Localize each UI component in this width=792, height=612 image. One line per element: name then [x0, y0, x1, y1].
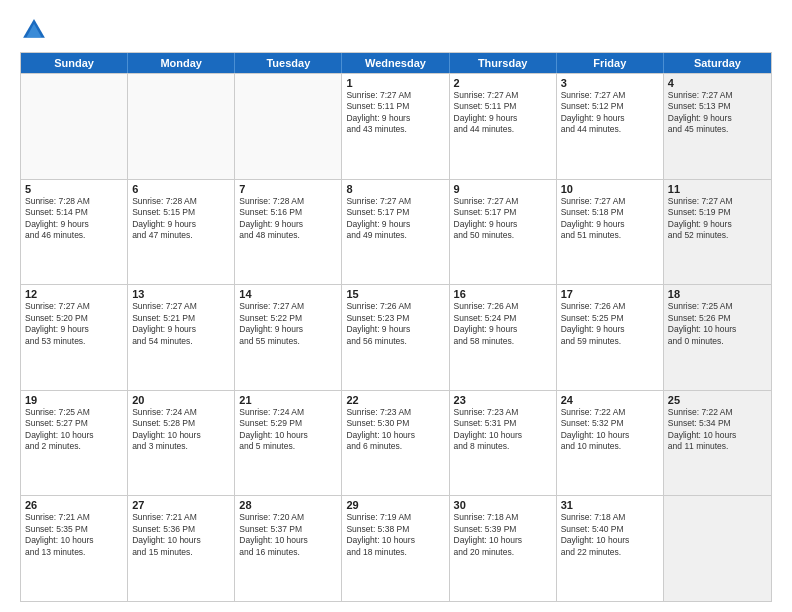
calendar-cell [235, 74, 342, 179]
day-number: 4 [668, 77, 767, 89]
day-number: 5 [25, 183, 123, 195]
day-number: 31 [561, 499, 659, 511]
cell-info: Sunrise: 7:22 AM Sunset: 5:34 PM Dayligh… [668, 407, 767, 453]
calendar-row: 19Sunrise: 7:25 AM Sunset: 5:27 PM Dayli… [21, 390, 771, 496]
cell-info: Sunrise: 7:21 AM Sunset: 5:35 PM Dayligh… [25, 512, 123, 558]
cell-info: Sunrise: 7:27 AM Sunset: 5:17 PM Dayligh… [346, 196, 444, 242]
calendar-cell: 2Sunrise: 7:27 AM Sunset: 5:11 PM Daylig… [450, 74, 557, 179]
cell-info: Sunrise: 7:24 AM Sunset: 5:29 PM Dayligh… [239, 407, 337, 453]
cell-info: Sunrise: 7:23 AM Sunset: 5:31 PM Dayligh… [454, 407, 552, 453]
calendar-row: 26Sunrise: 7:21 AM Sunset: 5:35 PM Dayli… [21, 495, 771, 601]
cell-info: Sunrise: 7:28 AM Sunset: 5:14 PM Dayligh… [25, 196, 123, 242]
weekday-header: Tuesday [235, 53, 342, 73]
calendar: SundayMondayTuesdayWednesdayThursdayFrid… [20, 52, 772, 602]
cell-info: Sunrise: 7:27 AM Sunset: 5:20 PM Dayligh… [25, 301, 123, 347]
calendar-cell: 15Sunrise: 7:26 AM Sunset: 5:23 PM Dayli… [342, 285, 449, 390]
cell-info: Sunrise: 7:27 AM Sunset: 5:17 PM Dayligh… [454, 196, 552, 242]
calendar-cell: 28Sunrise: 7:20 AM Sunset: 5:37 PM Dayli… [235, 496, 342, 601]
header [20, 16, 772, 44]
calendar-cell: 31Sunrise: 7:18 AM Sunset: 5:40 PM Dayli… [557, 496, 664, 601]
calendar-row: 5Sunrise: 7:28 AM Sunset: 5:14 PM Daylig… [21, 179, 771, 285]
day-number: 26 [25, 499, 123, 511]
cell-info: Sunrise: 7:19 AM Sunset: 5:38 PM Dayligh… [346, 512, 444, 558]
day-number: 1 [346, 77, 444, 89]
day-number: 9 [454, 183, 552, 195]
weekday-header: Monday [128, 53, 235, 73]
weekday-header: Friday [557, 53, 664, 73]
cell-info: Sunrise: 7:22 AM Sunset: 5:32 PM Dayligh… [561, 407, 659, 453]
cell-info: Sunrise: 7:27 AM Sunset: 5:13 PM Dayligh… [668, 90, 767, 136]
day-number: 10 [561, 183, 659, 195]
day-number: 28 [239, 499, 337, 511]
day-number: 3 [561, 77, 659, 89]
cell-info: Sunrise: 7:26 AM Sunset: 5:24 PM Dayligh… [454, 301, 552, 347]
day-number: 23 [454, 394, 552, 406]
calendar-cell [128, 74, 235, 179]
cell-info: Sunrise: 7:27 AM Sunset: 5:12 PM Dayligh… [561, 90, 659, 136]
calendar-row: 12Sunrise: 7:27 AM Sunset: 5:20 PM Dayli… [21, 284, 771, 390]
cell-info: Sunrise: 7:25 AM Sunset: 5:26 PM Dayligh… [668, 301, 767, 347]
cell-info: Sunrise: 7:27 AM Sunset: 5:21 PM Dayligh… [132, 301, 230, 347]
day-number: 21 [239, 394, 337, 406]
calendar-cell: 5Sunrise: 7:28 AM Sunset: 5:14 PM Daylig… [21, 180, 128, 285]
day-number: 11 [668, 183, 767, 195]
calendar-cell: 3Sunrise: 7:27 AM Sunset: 5:12 PM Daylig… [557, 74, 664, 179]
calendar-cell: 13Sunrise: 7:27 AM Sunset: 5:21 PM Dayli… [128, 285, 235, 390]
cell-info: Sunrise: 7:18 AM Sunset: 5:40 PM Dayligh… [561, 512, 659, 558]
calendar-cell [21, 74, 128, 179]
cell-info: Sunrise: 7:21 AM Sunset: 5:36 PM Dayligh… [132, 512, 230, 558]
calendar-cell: 21Sunrise: 7:24 AM Sunset: 5:29 PM Dayli… [235, 391, 342, 496]
day-number: 24 [561, 394, 659, 406]
cell-info: Sunrise: 7:26 AM Sunset: 5:23 PM Dayligh… [346, 301, 444, 347]
cell-info: Sunrise: 7:24 AM Sunset: 5:28 PM Dayligh… [132, 407, 230, 453]
calendar-cell: 11Sunrise: 7:27 AM Sunset: 5:19 PM Dayli… [664, 180, 771, 285]
calendar-cell: 23Sunrise: 7:23 AM Sunset: 5:31 PM Dayli… [450, 391, 557, 496]
calendar-cell: 27Sunrise: 7:21 AM Sunset: 5:36 PM Dayli… [128, 496, 235, 601]
calendar-body: 1Sunrise: 7:27 AM Sunset: 5:11 PM Daylig… [21, 73, 771, 601]
day-number: 12 [25, 288, 123, 300]
cell-info: Sunrise: 7:28 AM Sunset: 5:16 PM Dayligh… [239, 196, 337, 242]
cell-info: Sunrise: 7:27 AM Sunset: 5:19 PM Dayligh… [668, 196, 767, 242]
calendar-cell: 14Sunrise: 7:27 AM Sunset: 5:22 PM Dayli… [235, 285, 342, 390]
calendar-cell: 19Sunrise: 7:25 AM Sunset: 5:27 PM Dayli… [21, 391, 128, 496]
calendar-cell: 12Sunrise: 7:27 AM Sunset: 5:20 PM Dayli… [21, 285, 128, 390]
calendar-cell: 29Sunrise: 7:19 AM Sunset: 5:38 PM Dayli… [342, 496, 449, 601]
day-number: 19 [25, 394, 123, 406]
calendar-cell: 16Sunrise: 7:26 AM Sunset: 5:24 PM Dayli… [450, 285, 557, 390]
calendar-cell: 30Sunrise: 7:18 AM Sunset: 5:39 PM Dayli… [450, 496, 557, 601]
cell-info: Sunrise: 7:20 AM Sunset: 5:37 PM Dayligh… [239, 512, 337, 558]
calendar-cell [664, 496, 771, 601]
calendar-cell: 6Sunrise: 7:28 AM Sunset: 5:15 PM Daylig… [128, 180, 235, 285]
calendar-cell: 18Sunrise: 7:25 AM Sunset: 5:26 PM Dayli… [664, 285, 771, 390]
day-number: 14 [239, 288, 337, 300]
day-number: 27 [132, 499, 230, 511]
day-number: 15 [346, 288, 444, 300]
calendar-header: SundayMondayTuesdayWednesdayThursdayFrid… [21, 53, 771, 73]
calendar-cell: 9Sunrise: 7:27 AM Sunset: 5:17 PM Daylig… [450, 180, 557, 285]
calendar-cell: 7Sunrise: 7:28 AM Sunset: 5:16 PM Daylig… [235, 180, 342, 285]
calendar-row: 1Sunrise: 7:27 AM Sunset: 5:11 PM Daylig… [21, 73, 771, 179]
calendar-cell: 22Sunrise: 7:23 AM Sunset: 5:30 PM Dayli… [342, 391, 449, 496]
weekday-header: Thursday [450, 53, 557, 73]
cell-info: Sunrise: 7:27 AM Sunset: 5:11 PM Dayligh… [454, 90, 552, 136]
calendar-cell: 1Sunrise: 7:27 AM Sunset: 5:11 PM Daylig… [342, 74, 449, 179]
cell-info: Sunrise: 7:18 AM Sunset: 5:39 PM Dayligh… [454, 512, 552, 558]
calendar-cell: 8Sunrise: 7:27 AM Sunset: 5:17 PM Daylig… [342, 180, 449, 285]
cell-info: Sunrise: 7:27 AM Sunset: 5:22 PM Dayligh… [239, 301, 337, 347]
weekday-header: Sunday [21, 53, 128, 73]
day-number: 8 [346, 183, 444, 195]
calendar-cell: 24Sunrise: 7:22 AM Sunset: 5:32 PM Dayli… [557, 391, 664, 496]
day-number: 16 [454, 288, 552, 300]
weekday-header: Wednesday [342, 53, 449, 73]
day-number: 30 [454, 499, 552, 511]
day-number: 22 [346, 394, 444, 406]
day-number: 18 [668, 288, 767, 300]
calendar-cell: 4Sunrise: 7:27 AM Sunset: 5:13 PM Daylig… [664, 74, 771, 179]
cell-info: Sunrise: 7:25 AM Sunset: 5:27 PM Dayligh… [25, 407, 123, 453]
cell-info: Sunrise: 7:26 AM Sunset: 5:25 PM Dayligh… [561, 301, 659, 347]
day-number: 2 [454, 77, 552, 89]
cell-info: Sunrise: 7:27 AM Sunset: 5:11 PM Dayligh… [346, 90, 444, 136]
day-number: 7 [239, 183, 337, 195]
weekday-header: Saturday [664, 53, 771, 73]
calendar-cell: 25Sunrise: 7:22 AM Sunset: 5:34 PM Dayli… [664, 391, 771, 496]
